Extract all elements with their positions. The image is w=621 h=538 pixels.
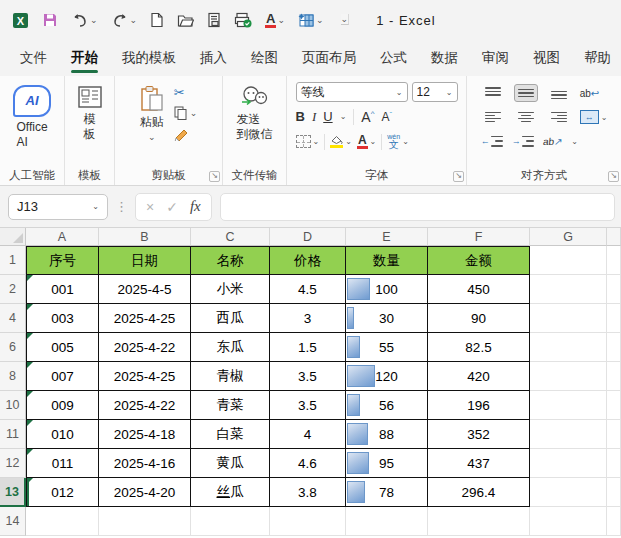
- header-cell[interactable]: 序号: [26, 246, 99, 275]
- chevron-down-icon[interactable]: ⌄: [130, 16, 138, 25]
- enter-button[interactable]: ✓: [166, 199, 178, 215]
- row-header-2[interactable]: 2: [0, 275, 26, 304]
- cell-amount[interactable]: 352: [428, 420, 530, 449]
- cell[interactable]: [530, 449, 607, 478]
- cell[interactable]: [607, 246, 621, 275]
- ribbon-tab-0[interactable]: 文件: [8, 42, 59, 75]
- cell-date[interactable]: 2025-4-5: [99, 275, 191, 304]
- cell-date[interactable]: 2025-4-20: [99, 478, 191, 507]
- template-button[interactable]: 模板: [77, 82, 103, 142]
- alignment-dialog-launcher[interactable]: ↘: [608, 171, 619, 182]
- column-header-A[interactable]: A: [26, 228, 99, 246]
- format-painter-button[interactable]: [174, 127, 198, 145]
- increase-font-button[interactable]: A^: [361, 109, 374, 125]
- cell[interactable]: [607, 478, 621, 507]
- cell[interactable]: [607, 362, 621, 391]
- cell[interactable]: [428, 507, 530, 536]
- chevron-down-icon[interactable]: ⌄: [148, 133, 156, 142]
- ribbon-tab-9[interactable]: 视图: [521, 42, 572, 75]
- cut-button[interactable]: ✂: [174, 86, 198, 99]
- cell-name[interactable]: 小米: [191, 275, 270, 304]
- cell-id[interactable]: 003: [26, 304, 99, 333]
- formula-bar-handle[interactable]: ⋮: [115, 199, 128, 214]
- cell[interactable]: [191, 507, 270, 536]
- customize-qat-button[interactable]: ⌄: [341, 15, 350, 25]
- align-bottom-button[interactable]: [547, 84, 571, 102]
- decrease-font-button[interactable]: Aˇ: [381, 110, 392, 124]
- cell-name[interactable]: 丝瓜: [191, 478, 270, 507]
- cell[interactable]: [607, 333, 621, 362]
- cell[interactable]: [607, 275, 621, 304]
- cell[interactable]: [530, 246, 607, 275]
- save-icon[interactable]: [42, 10, 58, 30]
- ribbon-tab-6[interactable]: 公式: [368, 42, 419, 75]
- copy-button[interactable]: ⌄: [174, 106, 198, 120]
- cell-amount[interactable]: 437: [428, 449, 530, 478]
- send-to-wechat-button[interactable]: 发送到微信: [237, 82, 273, 142]
- cell-price[interactable]: 3.5: [270, 362, 346, 391]
- decrease-indent-button[interactable]: ←: [481, 136, 503, 147]
- chevron-down-icon[interactable]: ⌄: [90, 16, 98, 25]
- font-color-button[interactable]: A⌄: [265, 10, 285, 30]
- cell-qty[interactable]: 55: [346, 333, 428, 362]
- cell-qty[interactable]: 56: [346, 391, 428, 420]
- align-middle-button[interactable]: [514, 84, 538, 102]
- cell[interactable]: [26, 507, 99, 536]
- chevron-down-icon[interactable]: ⌄: [316, 16, 324, 25]
- undo-button[interactable]: ⌄: [71, 10, 98, 30]
- row-header-1[interactable]: 1: [0, 246, 26, 275]
- cell-amount[interactable]: 196: [428, 391, 530, 420]
- header-cell[interactable]: 金额: [428, 246, 530, 275]
- header-cell[interactable]: 日期: [99, 246, 191, 275]
- cell-id[interactable]: 007: [26, 362, 99, 391]
- align-left-button[interactable]: [481, 109, 505, 126]
- chevron-down-icon[interactable]: ⌄: [571, 137, 578, 146]
- borders-button[interactable]: ⌄: [296, 135, 320, 148]
- column-header-E[interactable]: E: [346, 228, 428, 246]
- row-header-6[interactable]: 6: [0, 333, 26, 362]
- ribbon-tab-4[interactable]: 绘图: [239, 42, 290, 75]
- cell[interactable]: [530, 304, 607, 333]
- insert-function-button[interactable]: fx: [190, 198, 201, 215]
- print-preview-icon[interactable]: [207, 10, 221, 30]
- redo-button[interactable]: ⌄: [111, 10, 138, 30]
- ribbon-tab-3[interactable]: 插入: [188, 42, 239, 75]
- cell[interactable]: [607, 507, 621, 536]
- cell-name[interactable]: 东瓜: [191, 333, 270, 362]
- office-ai-button[interactable]: AI OfficeAI: [13, 82, 51, 150]
- cell-date[interactable]: 2025-4-25: [99, 362, 191, 391]
- cell-qty[interactable]: 78: [346, 478, 428, 507]
- merge-cells-button[interactable]: ↔⌄: [580, 110, 608, 124]
- cell[interactable]: [530, 333, 607, 362]
- cell-name[interactable]: 白菜: [191, 420, 270, 449]
- chevron-down-icon[interactable]: ⌄: [190, 109, 198, 118]
- header-cell[interactable]: 数量: [346, 246, 428, 275]
- header-cell[interactable]: 价格: [270, 246, 346, 275]
- column-header-G[interactable]: G: [530, 228, 607, 246]
- cell[interactable]: [607, 420, 621, 449]
- ribbon-tab-1[interactable]: 开始: [59, 42, 110, 75]
- select-all-corner[interactable]: [0, 228, 26, 246]
- cell-price[interactable]: 3.5: [270, 391, 346, 420]
- row-header-10[interactable]: 10: [0, 391, 26, 420]
- ribbon-tab-10[interactable]: 帮助: [572, 42, 621, 75]
- cell[interactable]: [270, 507, 346, 536]
- cell-id[interactable]: 005: [26, 333, 99, 362]
- cell[interactable]: [607, 391, 621, 420]
- cell-id[interactable]: 009: [26, 391, 99, 420]
- column-header-B[interactable]: B: [99, 228, 191, 246]
- row-header-11[interactable]: 11: [0, 420, 26, 449]
- cell[interactable]: [607, 449, 621, 478]
- cell[interactable]: [530, 420, 607, 449]
- column-header-sliver[interactable]: [607, 228, 621, 246]
- column-header-C[interactable]: C: [191, 228, 270, 246]
- cell[interactable]: [530, 362, 607, 391]
- font-name-select[interactable]: 等线⌄: [296, 82, 408, 102]
- row-header-14[interactable]: 14: [0, 507, 26, 536]
- cell-qty[interactable]: 30: [346, 304, 428, 333]
- underline-button[interactable]: U: [323, 109, 332, 124]
- cell-price[interactable]: 3: [270, 304, 346, 333]
- cancel-button[interactable]: ×: [146, 199, 154, 215]
- cell-qty[interactable]: 95: [346, 449, 428, 478]
- wrap-text-button[interactable]: ab↩: [580, 88, 600, 99]
